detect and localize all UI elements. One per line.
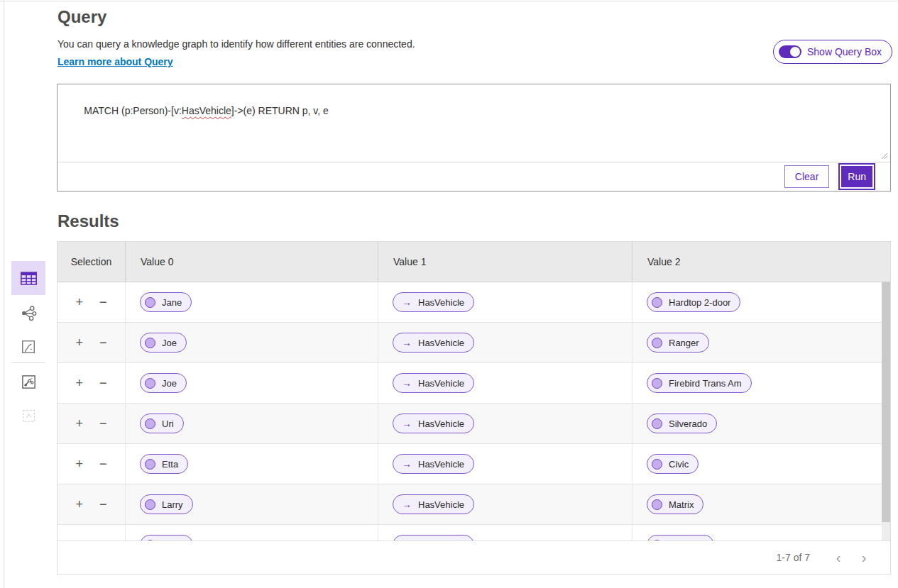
value2-cell: Mustang [633, 525, 882, 541]
entity-label: Firebird Trans Am [669, 378, 742, 389]
sidebar-item-table-view[interactable] [11, 261, 45, 295]
relationship-pill[interactable]: → HasVehicle [393, 454, 474, 474]
value1-cell: → HasVehicle [378, 404, 633, 443]
entity-pill[interactable]: Larry [140, 494, 193, 514]
selection-cell: + − [58, 444, 126, 484]
entity-label: Joe [162, 378, 177, 389]
relationship-label: HasVehicle [418, 378, 464, 389]
relationship-arrow-icon: → [402, 338, 412, 348]
remove-from-selection-button[interactable]: − [97, 416, 109, 431]
entity-node-icon [652, 297, 662, 308]
map-icon [21, 339, 36, 355]
results-title: Results [58, 211, 119, 231]
remove-from-selection-button[interactable]: − [97, 375, 109, 391]
add-to-selection-button[interactable]: + [73, 456, 85, 472]
value2-cell: Hardtop 2-door [633, 282, 882, 322]
entity-pill[interactable]: Jane [140, 292, 192, 312]
value1-cell: → HasVehicle [378, 525, 633, 541]
entity-pill[interactable]: Joe [140, 373, 187, 393]
learn-more-link[interactable]: Learn more about Query [58, 56, 173, 67]
entity-node-icon [652, 418, 662, 429]
entity-node-icon [652, 338, 662, 348]
table-row: + − Jane → HasVehicle Hardtop 2-door [58, 282, 890, 323]
relationship-pill[interactable]: → HasVehicle [393, 292, 474, 312]
entity-pill[interactable]: Civic [647, 454, 699, 474]
add-to-selection-button[interactable]: + [73, 416, 85, 431]
column-header-value2: Value 2 [633, 242, 882, 282]
show-query-box-toggle[interactable]: Show Query Box [773, 40, 892, 64]
remove-from-selection-button[interactable]: − [97, 335, 109, 350]
entity-pill[interactable]: Hardtop 2-door [647, 292, 740, 312]
page-left-border [4, 0, 4, 588]
table-scrollbar[interactable] [882, 282, 890, 541]
selection-cell: + − [58, 323, 126, 362]
sidebar-item-link-chart-view[interactable] [11, 296, 45, 330]
value0-cell: Larry [126, 484, 378, 524]
table-icon [19, 269, 38, 288]
value0-cell: Uri [126, 404, 378, 443]
column-header-value1: Value 1 [378, 242, 633, 282]
value1-cell: → HasVehicle [378, 363, 633, 403]
entity-pill[interactable]: Firebird Trans Am [647, 373, 752, 393]
relationship-arrow-icon: → [402, 499, 412, 509]
remove-from-selection-button[interactable]: − [97, 497, 109, 512]
run-button[interactable]: Run [838, 163, 875, 190]
table-row: + − Joe → HasVehicle Firebird Trans Am [58, 363, 890, 404]
clear-button[interactable]: Clear [784, 165, 829, 188]
selection-cell: + − [58, 363, 126, 403]
entity-pill[interactable]: Matrix [647, 494, 703, 514]
add-to-selection-button[interactable]: + [73, 335, 85, 350]
textarea-resize-handle[interactable] [880, 151, 888, 160]
relationship-arrow-icon: → [402, 378, 412, 388]
add-to-selection-button[interactable]: + [73, 497, 85, 512]
value2-cell: Ranger [633, 323, 882, 362]
value2-cell: Silverado [633, 404, 882, 443]
entity-node-icon [145, 499, 155, 510]
selection-cell: + − [58, 525, 126, 541]
entity-pill[interactable]: Joe [140, 333, 187, 353]
map-link-chart-icon [21, 374, 37, 390]
add-to-selection-button[interactable]: + [73, 294, 85, 310]
toggle-label: Show Query Box [807, 46, 882, 57]
relationship-arrow-icon: → [402, 459, 412, 469]
value1-cell: → HasVehicle [378, 444, 633, 484]
entity-pill[interactable]: Ranger [647, 333, 709, 353]
selection-cell: + − [58, 282, 126, 322]
remove-from-selection-button[interactable]: − [97, 294, 109, 310]
entity-node-icon [145, 418, 155, 429]
relationship-pill[interactable]: → HasVehicle [393, 494, 474, 514]
value1-cell: → HasVehicle [378, 282, 633, 322]
entity-pill[interactable]: Etta [140, 454, 188, 474]
relationship-label: HasVehicle [418, 338, 464, 348]
selection-cell: + − [58, 484, 126, 524]
sidebar-item-map-view[interactable] [11, 330, 45, 364]
remove-from-selection-button[interactable]: − [97, 456, 109, 472]
pagination-next-button[interactable]: › [855, 550, 872, 565]
query-page: Query You can query a knowledge graph to… [0, 0, 898, 588]
column-header-value0: Value 0 [126, 242, 378, 282]
table-header-row: Selection Value 0 Value 1 Value 2 [58, 242, 890, 282]
relationship-pill[interactable]: → HasVehicle [393, 414, 474, 433]
sidebar-item-new-view-disabled [11, 399, 45, 433]
page-description: You can query a knowledge graph to ident… [58, 38, 415, 50]
relationship-pill[interactable]: → HasVehicle [393, 373, 474, 393]
table-scrollbar-thumb[interactable] [882, 282, 890, 522]
entity-label: Larry [162, 499, 183, 510]
entity-pill[interactable]: Silverado [647, 414, 717, 433]
sidebar-item-map-link-chart-view[interactable] [11, 365, 45, 399]
entity-label: Joe [162, 338, 177, 348]
add-to-selection-button[interactable]: + [73, 375, 85, 391]
relationship-pill[interactable]: → HasVehicle [393, 333, 474, 353]
value0-cell: Jane [126, 282, 378, 322]
entity-pill[interactable]: Uri [140, 414, 184, 433]
pagination-prev-button[interactable]: ‹ [830, 550, 847, 565]
relationship-arrow-icon: → [402, 418, 412, 428]
query-input[interactable]: MATCH (p:Person)-[v:HasVehicle]->(e) RET… [58, 84, 890, 162]
relationship-arrow-icon: → [402, 297, 412, 307]
entity-node-icon [145, 459, 155, 470]
entity-label: Silverado [669, 418, 707, 429]
toggle-switch-icon[interactable] [779, 45, 801, 58]
entity-label: Jane [162, 297, 182, 308]
query-footer: Clear Run [58, 162, 890, 191]
page-top-border [0, 1, 898, 1]
